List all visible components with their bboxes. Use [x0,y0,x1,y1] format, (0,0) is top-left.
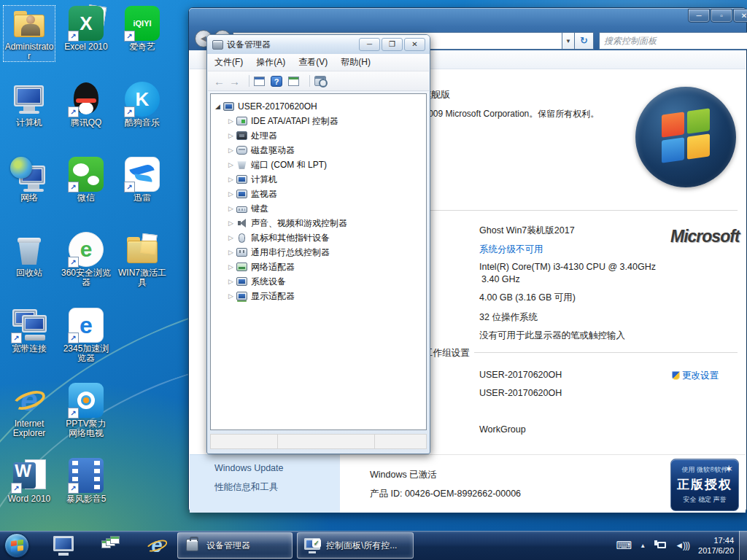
quicklaunch-windows-icon[interactable] [99,534,121,556]
address-dropdown-button[interactable]: ▼ [562,32,575,50]
collapse-arrow-icon[interactable]: ◢ [214,103,222,110]
desktop-icon-stormplayer[interactable]: ↗ 暴风影音5 [61,458,112,504]
scan-hardware-changes-icon[interactable] [314,76,326,86]
maximize-button[interactable]: ▫ [711,9,732,23]
desktop-icon-360browser[interactable]: e ↗ 360安全浏览器 [61,232,112,287]
taskbar: e 设备管理器 ✓ 控制面板\所有控... ⌨ ▲ ◄))) 17:44 201… [0,531,747,560]
tree-node-ide[interactable]: ▷ IDE ATA/ATAPI 控制器 [211,114,426,128]
taskbar-button-control-panel[interactable]: ✓ 控制面板\所有控... [297,532,414,559]
icon-label: Internet Explorer [4,419,55,438]
desktop-icon-recycle-bin[interactable]: 回收站 [4,232,55,278]
tree-node-ports[interactable]: ▷ 端口 (COM 和 LPT) [211,158,426,172]
window-title: 设备管理器 [227,39,271,51]
show-console-tree-icon[interactable] [254,77,265,86]
storm-player-icon: ↗ [69,458,104,493]
expand-arrow-icon[interactable]: ▷ [227,147,235,154]
tree-root-node[interactable]: ◢ USER-20170620OH [211,99,426,114]
tree-node-computer[interactable]: ▷ 计算机 [211,172,426,187]
rating-link[interactable]: 系统分级不可用 [479,244,543,256]
uac-shield-icon [672,371,680,380]
start-button[interactable] [4,533,29,558]
menu-help[interactable]: 帮助(H) [334,54,377,71]
quicklaunch-explorer-icon[interactable] [53,534,74,556]
expand-arrow-icon[interactable]: ▷ [227,176,235,183]
menu-file[interactable]: 文件(F) [208,54,249,71]
tree-node-display[interactable]: ▷ 显示适配器 [211,289,426,303]
action-pane-icon[interactable] [288,77,299,86]
control-panel-icon: ✓ [303,537,321,553]
search-input[interactable] [600,33,747,49]
minimize-button[interactable]: ─ [688,9,710,23]
desktop-icon-qq[interactable]: ↗ 腾讯QQ [61,82,112,128]
clock-date: 2017/6/20 [698,545,734,556]
shortcut-arrow-icon: ↗ [124,106,135,117]
desktop-icon-internet-explorer[interactable]: e Internet Explorer [4,383,55,438]
change-settings-link[interactable]: 更改设置 [672,370,719,382]
show-desktop-button[interactable] [739,531,747,560]
minimize-button[interactable]: ─ [359,38,380,51]
icon-label: 微信 [61,193,112,203]
tree-node-system[interactable]: ▷ 系统设备 [211,274,426,289]
expand-arrow-icon[interactable]: ▷ [227,219,235,227]
tree-node-usb[interactable]: ▷ 通用串行总线控制器 [211,245,426,260]
expand-arrow-icon[interactable]: ▷ [227,234,235,241]
desktop-icon-wechat[interactable]: ↗ 微信 [61,157,112,203]
refresh-button[interactable]: ↻ [575,32,594,50]
desktop-icon-network[interactable]: 网络 [4,157,55,203]
icon-label: Excel 2010 [61,42,112,52]
speaker-icon [236,219,247,228]
close-button[interactable]: ✕ [404,38,425,51]
desktop-icon-kugou[interactable]: K ↗ 酷狗音乐 [117,82,168,128]
forward-button[interactable]: → [229,75,240,88]
input-method-icon[interactable]: ⌨ [616,539,632,552]
taskbar-button-device-manager[interactable]: 设备管理器 [177,532,293,559]
back-button[interactable]: ← [214,75,225,88]
close-button[interactable]: ✕ [733,9,747,23]
cpu-value-line1: Intel(R) Core(TM) i3-4130 CPU @ 3.40GHz [479,262,656,272]
icon-label: 暴风影音5 [61,494,112,504]
tree-node-sound[interactable]: ▷ 声音、视频和游戏控制器 [211,216,426,230]
desktop-icon-excel[interactable]: X↗ Excel 2010 [61,6,112,52]
desktop-icon-win7-activator[interactable]: WIN7激活工具 [117,232,168,287]
menu-view[interactable]: 查看(V) [292,54,334,71]
desktop-icon-computer[interactable]: 计算机 [4,82,55,128]
expand-arrow-icon[interactable]: ▷ [227,249,235,256]
desktop-icon-2345browser[interactable]: e ↗ 2345加速浏览器 [61,308,112,363]
desktop-icon-pptv[interactable]: ↗ PPTV聚力 网络电视 [61,383,112,438]
tree-node-keyboard[interactable]: ▷ 键盘 [211,201,426,216]
tree-node-cpu[interactable]: ▷ 处理器 [211,128,426,143]
tree-node-mouse[interactable]: ▷ 鼠标和其他指针设备 [211,230,426,245]
expand-arrow-icon[interactable]: ▷ [227,132,235,139]
desktop-icon-administrator[interactable]: Administrator [4,6,55,61]
network-adapter-icon [236,262,247,271]
genuine-software-badge: ✶ 使用 微软®软件 正版授权 安全 稳定 声誉 [670,459,739,511]
network-tray-icon[interactable] [654,540,666,551]
tree-node-network[interactable]: ▷ 网络适配器 [211,260,426,274]
restore-button[interactable]: ❐ [382,38,403,51]
help-button[interactable]: ? [271,76,282,87]
clock[interactable]: 17:44 2017/6/20 [698,535,734,556]
windows-update-link[interactable]: Windows Update [214,463,284,473]
tree-node-disk[interactable]: ▷ 磁盘驱动器 [211,143,426,158]
expand-arrow-icon[interactable]: ▷ [227,161,235,168]
activation-status: Windows 已激活 [370,469,437,481]
expand-arrow-icon[interactable]: ▷ [227,263,235,271]
expand-arrow-icon[interactable]: ▷ [227,278,235,285]
word-icon: W ↗ [12,458,47,493]
performance-tools-link[interactable]: 性能信息和工具 [214,481,279,494]
expand-arrow-icon[interactable]: ▷ [227,292,235,300]
desktop-icon-broadband[interactable]: ↗ 宽带连接 [4,308,55,354]
icon-label: 爱奇艺 [117,42,168,52]
quicklaunch-ie-icon[interactable]: e [146,534,168,556]
show-hidden-icons-button[interactable]: ▲ [640,542,646,549]
expand-arrow-icon[interactable]: ▷ [227,205,235,212]
tree-node-monitor[interactable]: ▷ 监视器 [211,187,426,201]
volume-icon[interactable]: ◄))) [675,540,689,551]
desktop-icon-iqiyi[interactable]: iQIYI ↗ 爱奇艺 [117,6,168,52]
expand-arrow-icon[interactable]: ▷ [227,190,235,198]
icon-label: PPTV聚力 网络电视 [61,419,112,438]
desktop-icon-xunlei[interactable]: ↗ 迅雷 [117,157,168,203]
expand-arrow-icon[interactable]: ▷ [227,117,235,125]
desktop-icon-word[interactable]: W ↗ Word 2010 [4,458,55,504]
menu-action[interactable]: 操作(A) [249,54,292,71]
